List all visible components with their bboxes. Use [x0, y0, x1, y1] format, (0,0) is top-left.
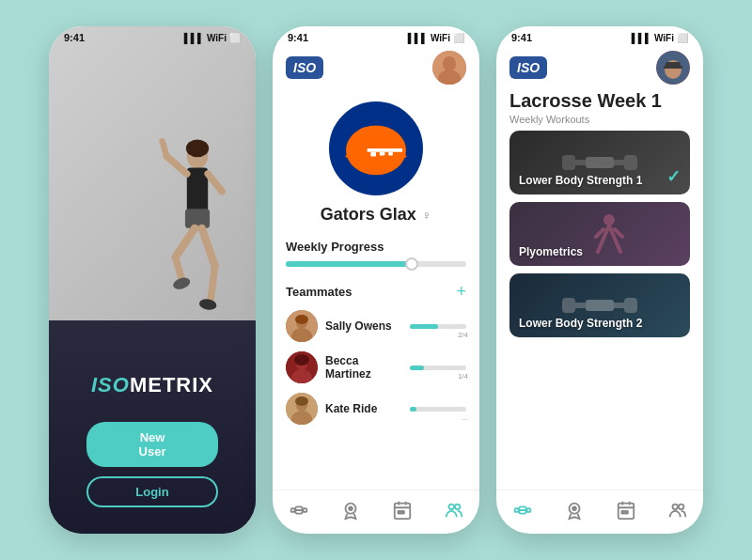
team-logo — [329, 101, 423, 195]
teammate-row: Kate Ride ... — [273, 388, 479, 429]
svg-point-14 — [443, 56, 456, 71]
workouts-header: ISO — [496, 47, 703, 90]
nav-workout-3[interactable] — [512, 500, 533, 521]
gender-symbol: ♀ — [422, 208, 432, 223]
svg-line-66 — [596, 229, 603, 237]
nav-achievements[interactable] — [340, 500, 361, 521]
svg-point-52 — [454, 505, 460, 510]
athlete-image — [49, 26, 256, 371]
logo-metrix: METRIX — [130, 373, 213, 397]
workout-card-2[interactable]: Plyometrics — [509, 202, 690, 266]
svg-rect-40 — [303, 508, 306, 512]
teammate-progress-1: 2/4 — [410, 324, 466, 329]
teammate-name-2: Becca Martinez — [325, 354, 402, 381]
nav-calendar-3[interactable] — [616, 500, 636, 521]
app-logo: ISOMETRIX — [91, 373, 213, 397]
svg-rect-26 — [388, 152, 393, 156]
progress-fill — [286, 261, 412, 267]
battery-icon-2: ⬜ — [453, 33, 464, 43]
wifi-icon-2: WiFi — [431, 33, 450, 43]
teammate-avatar-1 — [286, 310, 318, 342]
teammate-avatar-2 — [286, 351, 318, 383]
bottom-nav-2 — [273, 490, 479, 534]
weekly-workouts-label: Weekly Workouts — [496, 114, 703, 131]
teammate-progress-2: 1/4 — [410, 366, 466, 370]
svg-rect-73 — [526, 508, 530, 512]
svg-rect-23 — [368, 148, 403, 152]
user-avatar[interactable] — [432, 51, 466, 85]
workout-name-1: Lower Body Strength 1 — [519, 174, 642, 187]
svg-rect-69 — [562, 298, 575, 313]
new-user-button[interactable]: New User — [86, 422, 218, 467]
svg-rect-83 — [625, 511, 628, 514]
teammate-name-3: Kate Ride — [325, 402, 402, 415]
add-teammate-button[interactable]: + — [456, 282, 466, 302]
weekly-progress-header: Weekly Progress — [273, 234, 479, 257]
team-name: Gators Glax — [321, 205, 416, 225]
svg-rect-72 — [514, 508, 518, 512]
svg-rect-71 — [586, 300, 614, 311]
svg-line-4 — [208, 174, 222, 192]
status-bar-2: 9:41 ▌▌▌ WiFi ⬜ — [273, 26, 479, 47]
svg-line-65 — [615, 239, 620, 252]
svg-rect-25 — [380, 152, 385, 156]
svg-point-11 — [198, 298, 217, 311]
status-bar-3: 9:41 ▌▌▌ WiFi ⬜ — [496, 26, 703, 47]
status-bar-1: 9:41 ▌▌▌ WiFi ⬜ — [49, 26, 256, 47]
signal-icon-3: ▌▌▌ — [632, 33, 651, 43]
teammate-avatar-3 — [286, 393, 318, 425]
phone-splash: 9:41 ▌▌▌ WiFi ⬜ — [49, 26, 256, 534]
svg-rect-82 — [621, 511, 624, 514]
teammate-progress-3: ... — [410, 407, 466, 412]
svg-rect-60 — [586, 157, 614, 168]
teammate-row: Sally Owens 2/4 — [273, 305, 479, 347]
svg-rect-24 — [370, 152, 376, 157]
signal-icon-2: ▌▌▌ — [408, 33, 428, 43]
weekly-progress-label: Weekly Progress — [286, 240, 384, 254]
wifi-icon: WiFi — [207, 33, 227, 43]
nav-workout[interactable] — [289, 500, 309, 521]
svg-point-77 — [572, 506, 576, 510]
svg-point-38 — [295, 397, 308, 406]
svg-line-3 — [163, 142, 167, 157]
time-2: 9:41 — [288, 32, 308, 43]
svg-rect-70 — [624, 298, 637, 313]
nav-team-3[interactable] — [667, 500, 688, 521]
nav-calendar[interactable] — [392, 500, 413, 521]
weekly-progress-bar[interactable] — [273, 257, 479, 276]
splash-bottom: ISOMETRIX New User Login — [49, 320, 256, 534]
team-name-row: Gators Glax ♀ — [273, 201, 479, 234]
svg-point-51 — [448, 505, 454, 510]
iso-logo-3: ISO — [509, 56, 547, 79]
nav-team[interactable] — [444, 500, 464, 521]
svg-rect-58 — [562, 155, 575, 170]
login-button[interactable]: Login — [86, 476, 218, 507]
workout-card-3[interactable]: Lower Body Strength 2 — [509, 273, 690, 337]
status-icons-1: ▌▌▌ WiFi ⬜ — [184, 33, 241, 43]
svg-line-10 — [211, 266, 215, 301]
battery-icon: ⬜ — [229, 33, 241, 43]
svg-line-63 — [609, 226, 615, 239]
teammates-label: Teammates — [286, 285, 352, 299]
workout-name-3: Lower Body Strength 2 — [519, 317, 642, 330]
workout-check-1: ✓ — [666, 166, 681, 187]
svg-rect-49 — [398, 511, 400, 514]
nav-achievements-3[interactable] — [564, 500, 585, 521]
svg-point-12 — [186, 140, 209, 158]
svg-rect-39 — [290, 508, 294, 512]
workout-card-1[interactable]: Lower Body Strength 1 ✓ — [509, 131, 690, 194]
phone-workouts: 9:41 ▌▌▌ WiFi ⬜ ISO Lacrosse Week 1 Week… — [496, 26, 703, 534]
svg-rect-59 — [624, 155, 637, 170]
svg-rect-50 — [401, 511, 404, 514]
time-3: 9:41 — [511, 32, 532, 43]
page-title: Lacrosse Week 1 — [496, 90, 703, 114]
svg-point-30 — [295, 315, 308, 324]
team-header: ISO — [273, 47, 479, 92]
svg-rect-56 — [664, 66, 682, 69]
user-avatar-3[interactable] — [656, 51, 690, 85]
svg-line-2 — [166, 157, 186, 175]
teammate-name-1: Sally Owens — [325, 319, 402, 333]
wifi-icon-3: WiFi — [654, 33, 674, 43]
progress-thumb — [405, 257, 418, 271]
teammate-row: Becca Martinez 1/4 — [273, 347, 479, 388]
